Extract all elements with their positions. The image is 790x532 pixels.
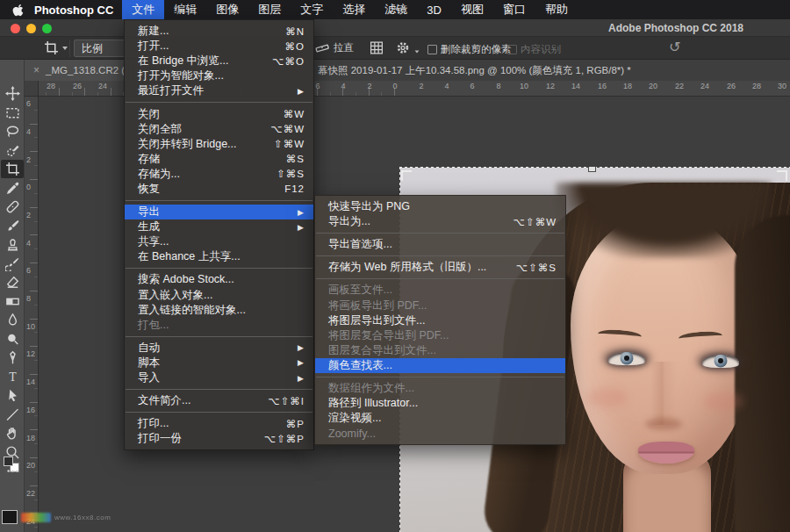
menu-item-新建[interactable]: 新建...⌘N [125, 24, 313, 39]
svg-text:T: T [9, 370, 17, 384]
menu-item-脚本[interactable]: 脚本▶ [125, 356, 313, 370]
menu-item-自动[interactable]: 自动▶ [125, 341, 313, 356]
menubar-item-选择[interactable]: 选择 [333, 0, 375, 19]
lasso-tool[interactable] [3, 122, 22, 140]
menubar-item-图层[interactable]: 图层 [248, 0, 291, 19]
menu-item-文件简介[interactable]: 文件简介...⌥⇧⌘I [125, 393, 313, 408]
gear-icon [395, 40, 411, 55]
menu-item-关闭[interactable]: 关闭⌘W [125, 106, 313, 121]
crop-tool-preset-button[interactable] [44, 40, 68, 55]
menu-item-存储为[interactable]: 存储为...⇧⌘S [125, 167, 313, 182]
crop-handle-top-center[interactable] [588, 167, 596, 172]
document-tab-inactive[interactable]: ×_MG_1318.CR2 ( [25, 60, 134, 81]
menu-item-颜色查找表[interactable]: 颜色查找表... [315, 358, 565, 373]
straighten-button[interactable]: 拉直 [314, 40, 354, 55]
menu-item-导入[interactable]: 导入▶ [125, 370, 313, 385]
menu-item-打印[interactable]: 打印...⌘P [125, 416, 313, 431]
portrait-blush-right [703, 392, 743, 411]
type-tool-icon: T [5, 370, 20, 385]
crop-tool[interactable] [1, 160, 24, 178]
menubar-item-图像[interactable]: 图像 [206, 0, 248, 19]
menu-item-导出为[interactable]: 导出为...⌥⇧⌘W [315, 214, 565, 229]
menu-item-存储为 Web 所用格式（旧版）[interactable]: 存储为 Web 所用格式（旧版）...⌥⇧⌘S [315, 260, 565, 275]
clone-stamp-tool[interactable] [3, 235, 22, 254]
crop-corner-handle-top-left[interactable] [401, 170, 412, 181]
menu-item-打开[interactable]: 打开...⌘O [125, 39, 313, 54]
gradient-tool[interactable] [3, 292, 22, 311]
menubar-item-3D[interactable]: 3D [417, 0, 451, 19]
marquee-tool[interactable] [3, 104, 22, 122]
menubar-item-视图[interactable]: 视图 [451, 0, 493, 19]
brush-tool[interactable] [3, 217, 22, 235]
menu-item-关闭并转到 Bridge[interactable]: 关闭并转到 Bridge...⇧⌘W [125, 137, 313, 152]
menu-item-在 Bridge 中浏览[interactable]: 在 Bridge 中浏览...⌥⌘O [125, 54, 313, 68]
menu-item-存储[interactable]: 存储⌘S [125, 152, 313, 167]
path-selection-tool[interactable] [3, 386, 22, 405]
menu-item-快速导出为 PNG[interactable]: 快速导出为 PNG [315, 199, 565, 214]
menu-item-打开为智能对象[interactable]: 打开为智能对象... [125, 68, 313, 83]
hand-tool[interactable] [3, 424, 22, 442]
vertical-ruler[interactable]: 642024681012141618202224 [25, 97, 39, 532]
crop-corner-handle-top-right[interactable] [777, 170, 787, 181]
crop-overlay-button[interactable] [369, 40, 384, 55]
foreground-color-swatch[interactable] [4, 457, 13, 466]
hand-tool-icon [5, 426, 20, 441]
menu-item-最近打开文件[interactable]: 最近打开文件▶ [125, 83, 313, 98]
ruler-number: 6 [26, 99, 31, 108]
eyedropper-tool[interactable] [3, 179, 22, 198]
crop-settings-button[interactable] [395, 40, 420, 55]
menubar-item-滤镜[interactable]: 滤镜 [375, 0, 417, 19]
move-tool[interactable] [3, 84, 22, 103]
menubar-item-编辑[interactable]: 编辑 [164, 0, 206, 19]
delete-cropped-pixels-option[interactable]: 删除裁剪的像素 [427, 43, 512, 56]
menu-item-恢复[interactable]: 恢复F12 [125, 182, 313, 197]
divider [69, 40, 70, 57]
menu-shortcut: ⌘O [285, 40, 305, 53]
menu-item-关闭全部[interactable]: 关闭全部⌥⌘W [125, 122, 313, 137]
menu-item-生成[interactable]: 生成▶ [125, 219, 313, 234]
healing-brush-tool[interactable] [3, 198, 22, 216]
delete-cropped-pixels-checkbox[interactable] [427, 45, 437, 54]
menubar-item-窗口[interactable]: 窗口 [493, 0, 535, 19]
ruler-number: 2 [419, 82, 423, 90]
healing-brush-tool-icon [5, 199, 20, 214]
ruler-number: 26 [727, 82, 736, 90]
menu-item-共享[interactable]: 共享... [125, 234, 313, 249]
minimize-window-button[interactable] [26, 24, 36, 33]
menu-item-打印一份[interactable]: 打印一份⌥⇧⌘P [125, 431, 313, 446]
history-brush-tool[interactable] [3, 255, 22, 273]
close-window-button[interactable] [11, 24, 20, 33]
menu-item-置入链接的智能对象[interactable]: 置入链接的智能对象... [125, 303, 313, 318]
menu-item-路径到 Illustrator[interactable]: 路径到 Illustrator... [315, 396, 565, 411]
menu-item-在 Behance 上共享[interactable]: 在 Behance 上共享... [125, 249, 313, 264]
quick-selection-tool[interactable] [3, 141, 22, 160]
menu-separator [126, 336, 312, 337]
line-tool[interactable] [3, 406, 22, 424]
blur-tool[interactable] [3, 311, 22, 329]
eraser-tool[interactable] [3, 273, 22, 291]
chevron-down-icon [415, 50, 420, 53]
active-document-title[interactable]: 幕快照 2019-01-17 上午10.34.58.png @ 100% (颜色… [318, 64, 631, 77]
menubar-item-帮助[interactable]: 帮助 [535, 0, 578, 19]
menu-separator [316, 255, 564, 256]
apple-logo-icon[interactable] [12, 4, 24, 17]
menu-item-搜索 Adobe Stock[interactable]: 搜索 Adobe Stock... [125, 272, 313, 287]
pen-tool[interactable] [3, 349, 22, 367]
portrait-eye-left [608, 352, 645, 365]
type-tool[interactable]: T [3, 368, 22, 386]
menu-item-导出首选项[interactable]: 导出首选项... [315, 237, 565, 252]
menu-item-将图层导出到文件[interactable]: 将图层导出到文件... [315, 313, 565, 328]
menu-item-置入嵌入对象[interactable]: 置入嵌入对象... [125, 288, 313, 303]
ruler-origin-corner [25, 81, 39, 97]
dodge-tool[interactable] [3, 330, 22, 349]
menu-item-label: 打印... [138, 416, 169, 431]
close-tab-icon[interactable]: × [33, 64, 40, 76]
blur-tool-icon [5, 313, 20, 327]
ruler-number: 14 [26, 377, 35, 386]
menubar-item-文字[interactable]: 文字 [291, 0, 333, 19]
zoom-window-button[interactable] [42, 24, 52, 33]
menubar-item-文件[interactable]: 文件 [122, 0, 164, 19]
reset-crop-icon[interactable]: ↺ [669, 39, 680, 55]
menu-item-导出[interactable]: 导出▶ [125, 205, 313, 219]
menu-item-渲染视频[interactable]: 渲染视频... [315, 411, 565, 426]
